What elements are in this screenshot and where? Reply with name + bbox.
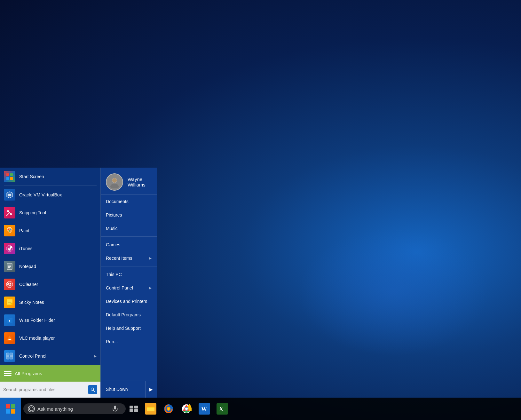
svg-rect-0 xyxy=(6,173,9,176)
snipping-icon xyxy=(4,207,15,218)
svg-point-9 xyxy=(10,229,11,230)
excel-icon: X xyxy=(217,403,228,415)
svg-point-37 xyxy=(112,178,117,183)
svg-rect-29 xyxy=(6,353,9,356)
svg-rect-50 xyxy=(134,409,138,412)
right-items-list: Documents Pictures Music Games Recent It… xyxy=(101,195,157,381)
svg-rect-21 xyxy=(8,301,10,301)
chrome-button[interactable] xyxy=(178,398,195,420)
svg-rect-44 xyxy=(114,406,116,409)
excel-button[interactable]: X xyxy=(213,398,231,420)
this-pc-label: This PC xyxy=(106,272,122,277)
control-panel-arrow: ▶ xyxy=(149,286,152,290)
shut-down-arrow-button[interactable]: ▶ xyxy=(145,381,157,398)
svg-rect-2 xyxy=(6,177,9,180)
menu-item-control-panel[interactable]: Control Panel ▶ xyxy=(101,281,157,295)
start-menu: Start Screen Oracle VM VirtualBox xyxy=(0,168,157,398)
start-menu-right-panel: Wayne Williams Documents Pictures Music … xyxy=(101,168,157,398)
file-explorer-button[interactable] xyxy=(142,398,160,420)
svg-text:X: X xyxy=(219,406,223,412)
app-item-snipping[interactable]: Snipping Tool xyxy=(0,204,100,222)
app-item-virtualbox[interactable]: Oracle VM VirtualBox xyxy=(0,186,100,204)
svg-line-34 xyxy=(93,390,95,392)
paint-icon xyxy=(4,225,15,236)
control-panel-label: Control Panel xyxy=(106,285,133,290)
app-item-sticky[interactable]: Sticky Notes xyxy=(0,293,100,311)
task-view-button[interactable] xyxy=(126,398,142,420)
taskbar-search-area[interactable]: Ask me anything xyxy=(23,403,126,414)
start-button[interactable] xyxy=(0,398,21,420)
svg-rect-51 xyxy=(147,408,154,411)
app-label-vlc: VLC media player xyxy=(19,336,97,341)
svg-rect-3 xyxy=(10,177,13,180)
firefox-button[interactable] xyxy=(160,398,178,420)
app-list: Start Screen Oracle VM VirtualBox xyxy=(0,168,100,365)
virtualbox-icon xyxy=(4,189,15,201)
taskbar-search-text: Ask me anything xyxy=(37,406,73,412)
app-item-control[interactable]: Control Panel ▶ xyxy=(0,347,100,365)
app-item-itunes[interactable]: iTunes xyxy=(0,240,100,258)
recent-arrow: ▶ xyxy=(149,256,152,260)
menu-item-music[interactable]: Music xyxy=(101,222,157,235)
menu-item-pictures[interactable]: Pictures xyxy=(101,208,157,222)
menu-item-devices[interactable]: Devices and Printers xyxy=(101,295,157,308)
svg-point-24 xyxy=(9,320,10,321)
separator-right-1 xyxy=(101,236,157,237)
itunes-icon xyxy=(4,243,15,254)
menu-item-help[interactable]: Help and Support xyxy=(101,321,157,335)
app-item-notepad[interactable]: Notepad xyxy=(0,258,100,275)
sticky-icon xyxy=(4,297,15,308)
app-label-ccleaner: CCleaner xyxy=(19,282,97,287)
chrome-icon xyxy=(181,403,192,415)
file-explorer-icon xyxy=(145,403,156,415)
word-button[interactable]: W xyxy=(195,398,213,420)
menu-item-documents[interactable]: Documents xyxy=(101,195,157,208)
svg-rect-28 xyxy=(8,339,11,340)
app-item-wise[interactable]: Wise Folder Hider xyxy=(0,311,100,329)
start-search-input[interactable] xyxy=(3,387,88,392)
word-icon: W xyxy=(199,403,210,415)
svg-point-43 xyxy=(29,407,33,411)
menu-item-run[interactable]: Run... xyxy=(101,335,157,348)
app-label-start-screen: Start Screen xyxy=(19,174,97,179)
run-label: Run... xyxy=(106,339,118,344)
menu-item-games[interactable]: Games xyxy=(101,238,157,251)
control-panel-left-icon xyxy=(4,350,15,362)
shut-down-button[interactable]: Shut Down xyxy=(101,381,145,398)
svg-rect-42 xyxy=(11,409,15,414)
menu-item-recent[interactable]: Recent Items ▶ xyxy=(101,251,157,265)
svg-rect-47 xyxy=(130,406,133,408)
games-label: Games xyxy=(106,242,120,247)
svg-rect-19 xyxy=(8,267,10,268)
svg-rect-41 xyxy=(6,409,10,414)
app-item-ccleaner[interactable]: CCleaner xyxy=(0,275,100,293)
ccleaner-icon xyxy=(4,279,15,290)
svg-rect-22 xyxy=(8,302,11,303)
start-bottom-bar: Shut Down ▶ xyxy=(101,381,157,398)
vlc-icon xyxy=(4,332,15,344)
svg-point-13 xyxy=(9,249,10,250)
desktop-light-effect xyxy=(297,228,489,356)
svg-point-58 xyxy=(185,408,188,410)
all-programs-button[interactable]: All Programs xyxy=(0,365,100,382)
user-name: Wayne Williams xyxy=(128,177,152,187)
svg-rect-48 xyxy=(134,406,138,408)
svg-rect-14 xyxy=(10,246,11,249)
all-programs-icon xyxy=(4,369,12,377)
start-search-button[interactable] xyxy=(88,385,97,394)
svg-rect-18 xyxy=(8,266,11,267)
app-label-sticky: Sticky Notes xyxy=(19,300,97,305)
pictures-label: Pictures xyxy=(106,212,122,218)
menu-item-default-programs[interactable]: Default Programs xyxy=(101,308,157,321)
svg-point-10 xyxy=(9,230,10,232)
devices-label: Devices and Printers xyxy=(106,299,147,304)
start-search-bar xyxy=(0,382,100,398)
microphone-icon[interactable] xyxy=(112,405,118,412)
user-avatar[interactable] xyxy=(106,173,123,191)
svg-rect-40 xyxy=(11,404,15,408)
menu-item-this-pc[interactable]: This PC xyxy=(101,268,157,281)
default-programs-label: Default Programs xyxy=(106,312,141,317)
app-item-start-screen[interactable]: Start Screen xyxy=(0,168,100,186)
app-item-vlc[interactable]: VLC media player xyxy=(0,329,100,347)
app-item-paint[interactable]: Paint xyxy=(0,222,100,240)
